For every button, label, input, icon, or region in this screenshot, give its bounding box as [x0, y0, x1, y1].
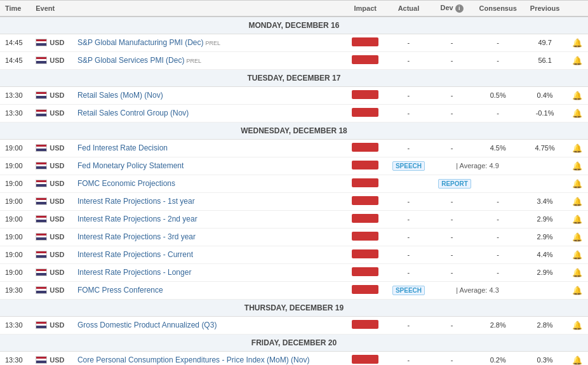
event-currency: USD [30, 281, 72, 299]
impact-bar [352, 249, 378, 258]
bell-cell[interactable]: 🔔 [566, 192, 588, 210]
event-name[interactable]: Fed Interest Rate Decision [72, 139, 345, 157]
consensus-cell: - [472, 263, 524, 281]
event-link[interactable]: Interest Rate Projections - 1st year [77, 197, 195, 206]
dev-cell: - [431, 246, 472, 263]
bell-icon[interactable]: 🔔 [572, 56, 582, 65]
bell-icon[interactable]: 🔔 [572, 268, 582, 277]
event-link[interactable]: FOMC Press Conference [77, 286, 163, 295]
event-link[interactable]: Retail Sales (MoM) (Nov) [77, 91, 163, 100]
bell-icon[interactable]: 🔔 [572, 143, 582, 153]
bell-cell[interactable]: 🔔 [566, 157, 588, 175]
flag-icon [36, 109, 47, 117]
flag-icon [36, 180, 47, 187]
bell-icon[interactable]: 🔔 [572, 321, 582, 330]
table-row: 19:00USDFed Monetary Policy StatementSPE… [0, 157, 588, 175]
bell-cell[interactable]: 🔔 [566, 34, 588, 51]
event-link[interactable]: FOMC Economic Projections [77, 179, 175, 188]
event-link[interactable]: Interest Rate Projections - Longer [77, 268, 191, 277]
event-name[interactable]: FOMC Economic Projections [72, 175, 345, 192]
event-name[interactable]: Interest Rate Projections - Current [72, 246, 345, 263]
event-link[interactable]: Gross Domestic Product Annualized (Q3) [77, 321, 217, 329]
dev-cell: - [431, 104, 472, 122]
flag-icon [36, 215, 47, 223]
event-name[interactable]: S&P Global Services PMI (Dec)PREL [72, 51, 345, 69]
currency-label: USD [50, 321, 64, 329]
event-link[interactable]: Interest Rate Projections - 2nd year [77, 215, 197, 223]
event-name[interactable]: FOMC Press Conference [72, 281, 345, 299]
event-link[interactable]: Retail Sales Control Group (Nov) [77, 109, 189, 117]
event-time: 13:30 [0, 104, 30, 122]
event-currency: USD [30, 51, 72, 69]
bell-cell[interactable]: 🔔 [566, 51, 588, 69]
bell-cell[interactable]: 🔔 [566, 228, 588, 246]
actual-cell: - [385, 34, 431, 51]
event-link[interactable]: Core Personal Consumption Expenditures -… [77, 355, 309, 364]
bell-icon[interactable]: 🔔 [572, 109, 582, 118]
event-link[interactable]: Interest Rate Projections - Current [77, 250, 193, 259]
bell-icon[interactable]: 🔔 [572, 355, 582, 365]
event-name[interactable]: Core Personal Consumption Expenditures -… [72, 351, 345, 365]
previous-cell: 56.1 [524, 51, 566, 69]
previous-cell: 2.9% [524, 263, 566, 281]
table-row: 13:30USDRetail Sales Control Group (Nov)… [0, 104, 588, 122]
info-icon[interactable]: i [455, 4, 464, 13]
event-link[interactable]: S&P Global Manufacturing PMI (Dec) [77, 38, 204, 47]
bell-cell[interactable]: 🔔 [566, 316, 588, 334]
event-link[interactable]: Fed Interest Rate Decision [77, 143, 168, 152]
currency-label: USD [50, 286, 64, 294]
bell-icon[interactable]: 🔔 [572, 215, 582, 224]
bell-icon[interactable]: 🔔 [572, 250, 582, 260]
event-name[interactable]: Interest Rate Projections - Longer [72, 263, 345, 281]
flag-icon [36, 251, 47, 258]
event-name[interactable]: Gross Domestic Product Annualized (Q3) [72, 316, 345, 334]
flag-icon [36, 162, 47, 169]
event-name[interactable]: Retail Sales (MoM) (Nov) [72, 86, 345, 104]
bell-icon[interactable]: 🔔 [572, 91, 582, 100]
bell-cell[interactable]: 🔔 [566, 263, 588, 281]
currency-label: USD [50, 251, 64, 258]
bell-icon[interactable]: 🔔 [572, 197, 582, 206]
event-currency: USD [30, 316, 72, 334]
event-time: 13:30 [0, 351, 30, 365]
impact-bar [352, 90, 378, 99]
bell-cell[interactable]: 🔔 [566, 86, 588, 104]
day-header-label: TUESDAY, DECEMBER 17 [0, 69, 588, 86]
bell-icon[interactable]: 🔔 [572, 232, 582, 242]
event-time: 19:00 [0, 175, 30, 192]
flag-icon [36, 144, 47, 152]
currency-label: USD [50, 91, 64, 99]
actual-cell: REPORT [385, 175, 523, 192]
event-link[interactable]: Fed Monetary Policy Statement [77, 161, 184, 170]
bell-cell[interactable]: 🔔 [566, 139, 588, 157]
day-header-label: FRIDAY, DECEMBER 20 [0, 334, 588, 351]
header-actual: Actual [385, 1, 431, 17]
event-link[interactable]: S&P Global Services PMI (Dec) [77, 56, 185, 65]
bell-icon[interactable]: 🔔 [572, 286, 582, 295]
event-currency: USD [30, 192, 72, 210]
event-name[interactable]: Fed Monetary Policy Statement [72, 157, 345, 175]
bell-cell[interactable]: 🔔 [566, 281, 588, 299]
event-name[interactable]: Retail Sales Control Group (Nov) [72, 104, 345, 122]
dev-cell: - [431, 351, 472, 365]
currency-label: USD [50, 39, 64, 46]
bell-icon[interactable]: 🔔 [572, 161, 582, 171]
event-link[interactable]: Interest Rate Projections - 3rd year [77, 232, 196, 241]
bell-cell[interactable]: 🔔 [566, 104, 588, 122]
bell-cell[interactable]: 🔔 [566, 351, 588, 365]
bell-icon[interactable]: 🔔 [572, 38, 582, 48]
day-header-row: TUESDAY, DECEMBER 17 [0, 69, 588, 86]
header-time: Time [0, 1, 30, 17]
event-name[interactable]: Interest Rate Projections - 3rd year [72, 228, 345, 246]
flag-icon [36, 233, 47, 241]
bell-cell[interactable]: 🔔 [566, 175, 588, 192]
event-name[interactable]: S&P Global Manufacturing PMI (Dec)PREL [72, 34, 345, 51]
event-name[interactable]: Interest Rate Projections - 1st year [72, 192, 345, 210]
currency-label: USD [50, 197, 64, 205]
bell-cell[interactable]: 🔔 [566, 246, 588, 263]
bell-icon[interactable]: 🔔 [572, 179, 582, 189]
prel-badge: PREL [205, 40, 220, 46]
bell-cell[interactable]: 🔔 [566, 210, 588, 228]
day-header-label: THURSDAY, DECEMBER 19 [0, 299, 588, 316]
event-name[interactable]: Interest Rate Projections - 2nd year [72, 210, 345, 228]
